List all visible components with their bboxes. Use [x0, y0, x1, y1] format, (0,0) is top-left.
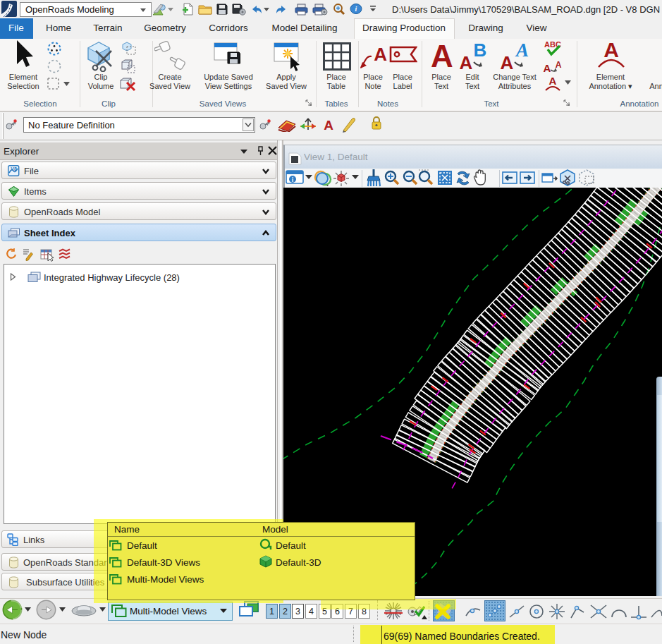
svg-text:i: i — [355, 5, 357, 13]
svg-text:A: A — [603, 39, 619, 61]
svg-text:A: A — [460, 52, 473, 72]
svg-text:A: A — [515, 41, 529, 61]
svg-text:i: i — [292, 176, 294, 183]
svg-text:A: A — [544, 62, 551, 74]
svg-text:A: A — [374, 44, 387, 65]
svg-text:A: A — [501, 52, 514, 72]
svg-text:A: A — [556, 60, 562, 70]
svg-text:V8: V8 — [11, 166, 17, 171]
svg-text:A: A — [324, 118, 333, 133]
svg-text:B: B — [474, 41, 487, 61]
svg-text:A: A — [431, 39, 453, 71]
svg-text:A: A — [549, 75, 557, 87]
